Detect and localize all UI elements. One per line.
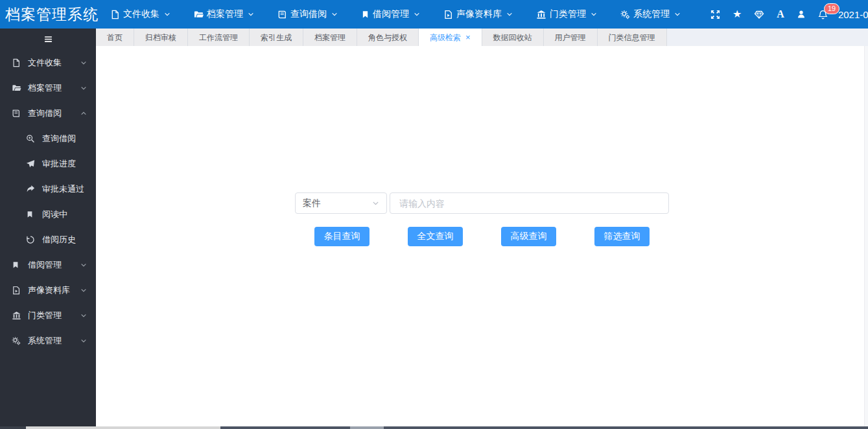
top-header: 档案管理系统 文件收集 档案管理 查询借阅 借阅管理 声像资料库 bbox=[0, 0, 868, 29]
tab-advanced-search[interactable]: 高级检索 × bbox=[419, 29, 482, 46]
fulltext-query-button[interactable]: 全文查询 bbox=[408, 227, 463, 246]
font-size-icon[interactable]: A bbox=[777, 9, 784, 19]
history-icon bbox=[26, 235, 36, 244]
bookmark-icon bbox=[26, 210, 36, 219]
chevron-up-icon bbox=[80, 110, 87, 117]
horizontal-scrollbar[interactable] bbox=[0, 426, 868, 429]
search-bar: 案件 bbox=[96, 192, 868, 214]
document-icon bbox=[12, 58, 21, 67]
tab-home[interactable]: 首页 bbox=[96, 29, 134, 46]
nav-item-file-collection[interactable]: 文件收集 bbox=[110, 8, 170, 20]
tab-workflow-management[interactable]: 工作流管理 bbox=[188, 29, 250, 46]
hscroll-thumb-right[interactable] bbox=[384, 426, 868, 429]
chevron-down-icon bbox=[80, 312, 87, 319]
hamburger-icon bbox=[43, 34, 53, 44]
tab-user-management[interactable]: 用户管理 bbox=[544, 29, 598, 46]
sidebar-item-category-management[interactable]: 门类管理 bbox=[0, 303, 96, 328]
category-select[interactable]: 案件 bbox=[295, 192, 387, 214]
nav-item-label: 借阅管理 bbox=[373, 8, 409, 20]
chevron-down-icon bbox=[506, 11, 513, 17]
book-icon bbox=[12, 109, 21, 118]
nav-item-label: 查询借阅 bbox=[290, 8, 327, 20]
nav-item-category-management[interactable]: 门类管理 bbox=[536, 8, 597, 20]
entry-query-button[interactable]: 条目查询 bbox=[314, 227, 369, 246]
tab-category-info-management[interactable]: 门类信息管理 bbox=[598, 29, 667, 46]
sidebar-item-borrow-management[interactable]: 借阅管理 bbox=[0, 252, 96, 277]
chevron-down-icon bbox=[80, 338, 87, 344]
chevron-down-icon bbox=[248, 11, 254, 17]
main-content: 案件 条目查询 全文查询 高级查询 筛选查询 bbox=[96, 46, 868, 426]
header-quick-icons: ★ A 19 bbox=[710, 9, 828, 19]
tab-archive-review[interactable]: 归档审核 bbox=[134, 29, 188, 46]
search-input[interactable] bbox=[390, 192, 669, 214]
sidebar: 文件收集 档案管理 查询借阅 查询借阅 审批进度 审批未通过 阅读中 借阅历史 … bbox=[0, 29, 96, 429]
tab-roles-authorization[interactable]: 角色与授权 bbox=[357, 29, 419, 46]
chevron-down-icon bbox=[80, 85, 87, 91]
bell-icon[interactable]: 19 bbox=[818, 10, 828, 19]
submenu-item-reading[interactable]: 阅读中 bbox=[0, 202, 96, 227]
close-icon[interactable]: × bbox=[465, 29, 471, 46]
filter-query-button[interactable]: 筛选查询 bbox=[594, 227, 650, 246]
chevron-down-icon bbox=[414, 11, 420, 17]
sidebar-item-system-management[interactable]: 系统管理 bbox=[0, 328, 96, 353]
gem-icon[interactable] bbox=[754, 10, 764, 19]
bookmark-icon bbox=[12, 261, 21, 270]
chevron-down-icon bbox=[80, 60, 87, 66]
chevron-down-icon bbox=[80, 287, 87, 294]
user-icon[interactable] bbox=[797, 10, 806, 19]
document-icon bbox=[110, 10, 120, 19]
top-nav: 文件收集 档案管理 查询借阅 借阅管理 声像资料库 门类管理 bbox=[110, 8, 704, 20]
submenu-item-borrow-history[interactable]: 借阅历史 bbox=[0, 227, 96, 252]
sidebar-item-archive-management[interactable]: 档案管理 bbox=[0, 75, 96, 100]
chevron-down-icon bbox=[372, 200, 379, 207]
nav-item-av-library[interactable]: 声像资料库 bbox=[443, 8, 513, 20]
hscroll-track-gap bbox=[350, 426, 384, 429]
tab-archive-management[interactable]: 档案管理 bbox=[303, 29, 357, 46]
notification-badge: 19 bbox=[824, 3, 839, 14]
paper-plane-icon bbox=[26, 159, 36, 168]
bank-icon bbox=[12, 311, 21, 320]
media-file-icon bbox=[443, 10, 453, 19]
sidebar-item-query-borrow[interactable]: 查询借阅 bbox=[0, 100, 96, 126]
sidebar-item-file-collection[interactable]: 文件收集 bbox=[0, 50, 96, 75]
nav-item-borrow-management[interactable]: 借阅管理 bbox=[361, 8, 420, 20]
app-title: 档案管理系统 bbox=[5, 5, 105, 25]
open-tabs-bar: 首页 归档审核 工作流管理 索引生成 档案管理 角色与授权 高级检索 × 数据回… bbox=[96, 29, 868, 46]
submenu-item-approval-progress[interactable]: 审批进度 bbox=[0, 151, 96, 176]
folder-open-icon bbox=[194, 10, 204, 19]
vertical-scrollbar[interactable] bbox=[864, 46, 868, 426]
submenu-item-approval-rejected[interactable]: 审批未通过 bbox=[0, 176, 96, 202]
hscroll-thumb[interactable] bbox=[220, 426, 350, 429]
chevron-down-icon bbox=[164, 11, 170, 17]
gears-icon bbox=[620, 10, 630, 19]
nav-item-label: 系统管理 bbox=[633, 8, 670, 20]
sidebar-collapse-button[interactable] bbox=[0, 29, 96, 50]
bookmark-icon bbox=[361, 10, 369, 19]
nav-item-label: 档案管理 bbox=[207, 8, 243, 20]
submenu-item-query-borrow[interactable]: 查询借阅 bbox=[0, 126, 96, 151]
query-buttons: 条目查询 全文查询 高级查询 筛选查询 bbox=[96, 227, 868, 246]
chevron-down-icon bbox=[591, 11, 597, 17]
nav-item-label: 门类管理 bbox=[550, 8, 586, 20]
chevron-down-icon bbox=[80, 262, 87, 268]
hscroll-thumb-left[interactable] bbox=[0, 426, 26, 429]
folder-open-icon bbox=[12, 84, 21, 93]
gears-icon bbox=[12, 336, 21, 345]
star-icon[interactable]: ★ bbox=[733, 9, 742, 19]
advanced-query-button[interactable]: 高级查询 bbox=[501, 227, 556, 246]
tab-index-generation[interactable]: 索引生成 bbox=[250, 29, 303, 46]
nav-item-label: 声像资料库 bbox=[456, 8, 502, 20]
nav-item-system-management[interactable]: 系统管理 bbox=[620, 8, 681, 20]
nav-item-archive-management[interactable]: 档案管理 bbox=[194, 8, 254, 20]
category-select-value: 案件 bbox=[303, 198, 321, 209]
media-file-icon bbox=[12, 286, 21, 295]
nav-item-label: 文件收集 bbox=[123, 8, 159, 20]
redo-arrow-icon bbox=[26, 185, 36, 194]
tab-recycle-bin[interactable]: 数据回收站 bbox=[482, 29, 544, 46]
expand-icon[interactable] bbox=[710, 10, 720, 19]
sidebar-item-av-library[interactable]: 声像资料库 bbox=[0, 277, 96, 303]
nav-item-query-borrow[interactable]: 查询借阅 bbox=[277, 8, 338, 20]
datetime-display: 2021-06-18 12:09:38 bbox=[838, 9, 868, 20]
chevron-down-icon bbox=[674, 11, 681, 17]
hscroll-track bbox=[26, 426, 220, 429]
